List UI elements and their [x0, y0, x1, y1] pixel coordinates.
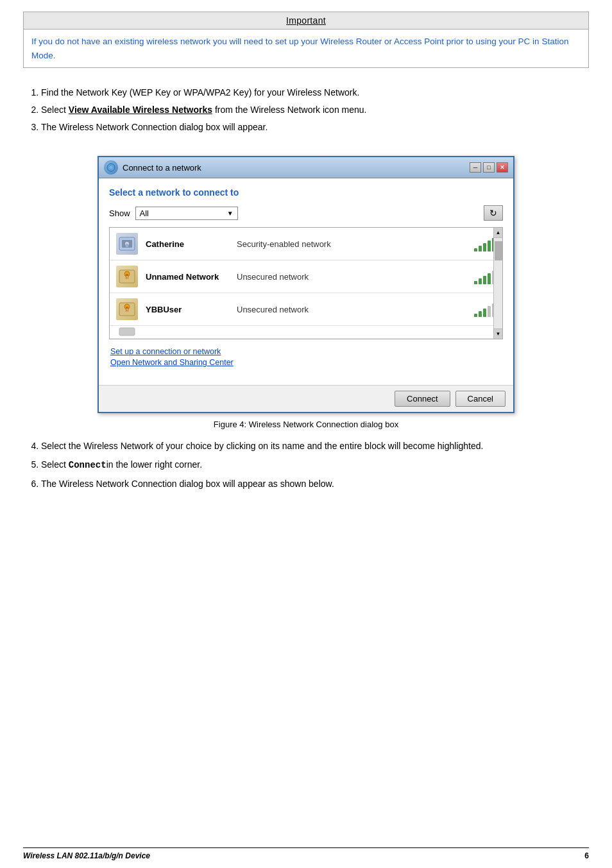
network-list: Catherine Security-enabled network — [109, 227, 503, 339]
scroll-down-button[interactable]: ▼ — [494, 328, 503, 339]
page-wrapper: Important If you do not have an existing… — [0, 0, 612, 868]
dialog-title: Connect to a network — [123, 163, 201, 173]
step-3: The Wireless Network Connection dialog b… — [41, 121, 589, 134]
footer-page-number: 6 — [584, 851, 589, 860]
show-label: Show — [109, 208, 130, 218]
connect-button[interactable]: Connect — [395, 391, 450, 407]
svg-text:!: ! — [126, 307, 128, 313]
scrollbar-track — [495, 238, 502, 328]
network-name-ybbuser: YBBUser — [146, 305, 229, 314]
step-5: Select Connectin the lower right corner. — [41, 458, 589, 472]
network-name-catherine: Catherine — [146, 239, 229, 249]
maximize-button[interactable]: □ — [483, 162, 495, 173]
page-footer: Wireless LAN 802.11a/b/g/n Device 6 — [23, 847, 589, 860]
network-type-catherine: Security-enabled network — [237, 239, 466, 249]
titlebar-controls: ─ □ ✕ — [470, 162, 508, 173]
dialog-subtitle: Select a network to connect to — [109, 187, 503, 198]
network-item-partial — [110, 326, 502, 339]
network-name-unnamed: Unnamed Network — [146, 272, 229, 282]
footer-device-name: Wireless LAN 802.11a/b/g/n Device — [23, 851, 150, 860]
open-network-sharing-link[interactable]: Open Network and Sharing Center — [110, 358, 503, 367]
show-select[interactable]: All ▼ — [135, 207, 238, 220]
cancel-button[interactable]: Cancel — [455, 391, 506, 407]
step-6: The Wireless Network Connection dialog b… — [41, 477, 589, 491]
network-icon-partial — [116, 326, 138, 339]
svg-rect-13 — [119, 328, 135, 336]
step-2: Select View Available Wireless Networks … — [41, 103, 589, 117]
refresh-button[interactable]: ↻ — [484, 205, 503, 221]
signal-strength-ybbuser — [474, 302, 496, 317]
refresh-icon: ↻ — [489, 208, 497, 218]
show-row: Show All ▼ ↻ — [109, 205, 503, 221]
signal-strength-catherine — [474, 236, 496, 251]
dialog-body: Select a network to connect to Show All … — [99, 178, 513, 385]
scrollbar[interactable]: ▲ ▼ — [493, 228, 502, 339]
network-item-ybbuser[interactable]: ! YBBUser Unsecured network — [110, 293, 502, 326]
close-button[interactable]: ✕ — [497, 162, 508, 173]
important-body: If you do not have an existing wireless … — [24, 30, 588, 67]
network-icon-unsecure2: ! — [116, 298, 138, 320]
dialog-titlebar-left: Connect to a network — [104, 160, 201, 174]
svg-text:!: ! — [126, 275, 128, 280]
show-value: All — [140, 208, 149, 218]
dialog-mockup: Connect to a network ─ □ ✕ Select a netw… — [98, 156, 514, 413]
steps-4-6: Select the Wireless Network of your choi… — [23, 439, 589, 496]
minimize-button[interactable]: ─ — [470, 162, 481, 173]
step5-bold: Connect — [69, 460, 106, 470]
svg-rect-4 — [126, 244, 128, 247]
dialog-icon — [104, 160, 118, 174]
network-item-unnamed[interactable]: ! Unnamed Network Unsecured network — [110, 260, 502, 293]
figure-caption: Figure 4: Wireless Network Connection di… — [23, 420, 589, 429]
dialog-titlebar: Connect to a network ─ □ ✕ — [99, 157, 513, 178]
signal-strength-unnamed — [474, 269, 496, 284]
scroll-up-button[interactable]: ▲ — [494, 228, 503, 238]
network-type-unnamed: Unsecured network — [237, 272, 466, 282]
scrollbar-thumb[interactable] — [495, 241, 502, 260]
network-item-catherine[interactable]: Catherine Security-enabled network — [110, 228, 502, 260]
step-1: Find the Network Key (WEP Key or WPA/WPA… — [41, 86, 589, 99]
important-section: Important If you do not have an existing… — [23, 12, 589, 68]
step-4: Select the Wireless Network of your choi… — [41, 439, 589, 453]
network-icon-secure — [116, 233, 138, 255]
network-icon-unsecure1: ! — [116, 266, 138, 287]
network-type-ybbuser: Unsecured network — [237, 305, 466, 314]
steps-1-3: Find the Network Key (WEP Key or WPA/WPA… — [23, 86, 589, 138]
setup-connection-link[interactable]: Set up a connection or network — [110, 347, 503, 356]
dialog-footer: Connect Cancel — [99, 385, 513, 412]
dropdown-arrow-icon: ▼ — [227, 210, 234, 217]
step2-bold: View Available Wireless Networks — [69, 105, 212, 115]
important-title: Important — [24, 12, 588, 30]
dialog-links: Set up a connection or network Open Netw… — [109, 347, 503, 367]
